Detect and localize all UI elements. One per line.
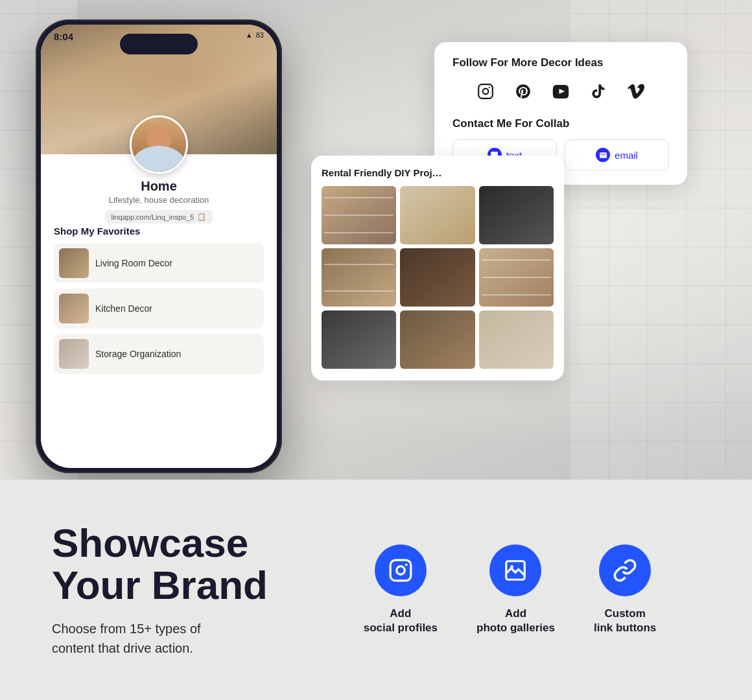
feature-social: Add social profiles	[364, 544, 438, 635]
bottom-section: Showcase Your Brand Choose from 15+ type…	[0, 480, 752, 700]
feature-links-icon-circle[interactable]	[599, 544, 651, 596]
rental-cell-1	[322, 186, 396, 244]
profile-link[interactable]: linqapp.com/Linq_inspo_5 📋	[105, 210, 213, 224]
email-button[interactable]: email	[565, 139, 669, 170]
shop-label-living: Living Room Decor	[95, 258, 172, 268]
rental-cell-2	[400, 186, 475, 244]
brand-headline: Showcase Your Brand	[52, 522, 268, 606]
rental-cell-5	[400, 248, 475, 307]
feature-gallery: Add photo galleries	[476, 544, 555, 635]
status-icons: ▲ 83	[246, 31, 264, 39]
link-text: linqapp.com/Linq_inspo_5	[112, 213, 194, 221]
avatar	[130, 115, 188, 174]
shop-item-kitchen[interactable]: Kitchen Decor	[54, 288, 264, 329]
rental-title: Rental Friendly DIY Proj…	[322, 167, 554, 178]
rental-cell-8	[400, 310, 475, 369]
brand-text: Showcase Your Brand Choose from 15+ type…	[52, 522, 268, 658]
shop-thumb-kitchen	[59, 294, 89, 323]
collab-title: Contact Me For Collab	[452, 117, 669, 130]
copy-icon[interactable]: 📋	[197, 213, 206, 221]
shop-thumb-storage	[59, 339, 89, 369]
email-icon	[596, 148, 610, 162]
status-time: 8:04	[54, 31, 73, 42]
svg-point-7	[511, 565, 514, 568]
svg-rect-0	[478, 84, 493, 99]
shop-label-storage: Storage Organization	[95, 349, 181, 359]
feature-gallery-icon-circle[interactable]	[489, 544, 541, 596]
tiktok-icon[interactable]	[587, 80, 610, 103]
feature-gallery-label: Add photo galleries	[476, 607, 555, 635]
top-section: 8:04 ▲ 83 Home Lifestyle, house decorati…	[0, 0, 752, 480]
social-icons-row	[452, 80, 669, 103]
rental-grid	[322, 186, 554, 369]
rental-cell-9	[479, 310, 554, 369]
shop-item-living[interactable]: Living Room Decor	[54, 243, 264, 283]
shop-item-storage[interactable]: Storage Organization	[54, 334, 264, 374]
avatar-image	[132, 117, 186, 172]
dynamic-island	[120, 34, 198, 54]
svg-point-5	[405, 563, 408, 566]
profile-section: Home Lifestyle, house decoration linqapp…	[41, 115, 277, 224]
vimeo-icon[interactable]	[624, 80, 648, 103]
feature-links-label: Custom link buttons	[594, 607, 656, 635]
shop-title: Shop My Favorites	[54, 226, 264, 237]
features-row: Add social profiles Add photo galleries	[320, 544, 700, 635]
feature-social-label: Add social profiles	[364, 607, 438, 635]
rental-cell-6	[479, 248, 554, 307]
shop-section: Shop My Favorites Living Room Decor Kitc…	[54, 226, 264, 379]
youtube-icon[interactable]	[549, 80, 572, 103]
shop-label-kitchen: Kitchen Decor	[95, 303, 152, 314]
profile-name: Home	[141, 179, 177, 194]
card-social-title: Follow For More Decor Ideas	[452, 56, 669, 69]
rental-cell-3	[479, 186, 554, 244]
battery-icon: 83	[256, 31, 264, 39]
svg-rect-3	[390, 560, 411, 581]
headline-line1: Showcase	[52, 520, 248, 565]
feature-links: Custom link buttons	[594, 544, 656, 635]
subtext-line1: Choose from 15+ types of	[52, 622, 201, 636]
card-rental: Rental Friendly DIY Proj…	[311, 156, 564, 380]
pinterest-icon[interactable]	[511, 80, 535, 103]
headline-line2: Your Brand	[52, 563, 268, 607]
email-btn-label: email	[615, 150, 638, 161]
rental-cell-7	[322, 310, 396, 369]
brand-subtext: Choose from 15+ types of content that dr…	[52, 619, 268, 658]
instagram-icon[interactable]	[474, 80, 497, 103]
wifi-icon: ▲	[246, 31, 253, 39]
phone-mockup: 8:04 ▲ 83 Home Lifestyle, house decorati…	[36, 19, 282, 473]
phone-frame: 8:04 ▲ 83 Home Lifestyle, house decorati…	[36, 19, 282, 473]
svg-point-4	[397, 566, 405, 575]
phone-screen: 8:04 ▲ 83 Home Lifestyle, house decorati…	[41, 25, 277, 468]
feature-social-icon-circle[interactable]	[375, 544, 427, 596]
profile-subtitle: Lifestyle, house decoration	[109, 195, 209, 205]
svg-point-2	[489, 87, 490, 88]
shop-thumb-living	[59, 248, 89, 278]
subtext-line2: content that drive action.	[52, 641, 193, 655]
svg-point-1	[483, 89, 489, 95]
rental-cell-4	[322, 248, 396, 307]
